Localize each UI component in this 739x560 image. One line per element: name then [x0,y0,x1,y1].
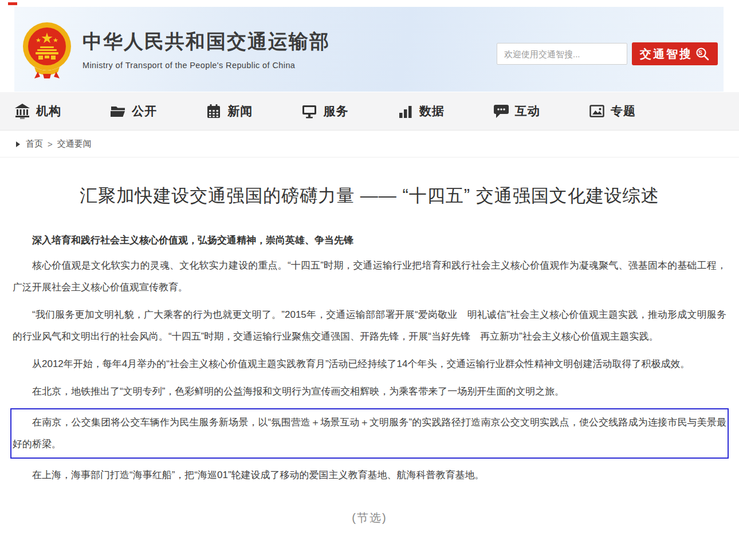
breadcrumb-current[interactable]: 交通要闻 [57,139,92,149]
nav-label: 服务 [323,103,348,119]
nav-label: 公开 [132,103,157,119]
article-paragraph: 在上海，海事部门打造“海事红船”，把“海巡01”轮建设成了移动的爱国主义教育基地… [13,464,726,486]
site-subtitle: Ministry of Transport of the People's Re… [82,61,330,70]
article-title: 汇聚加快建设交通强国的磅礴力量 —— “十四五” 交通强国文化建设综述 [13,184,726,208]
main-nav: 机构 公开 新闻 [0,92,739,131]
nav-label: 数据 [419,103,445,119]
excerpt-note: (节选) [13,510,726,526]
site-header: 中华人民共和国交通运输部 Ministry of Transport of th… [14,7,724,92]
breadcrumb-separator: > [48,139,53,149]
smart-search-button[interactable]: 交通智搜 S [632,42,718,65]
nav-item-shuju[interactable]: 数据 [398,103,445,119]
article-paragraph-highlighted: 在南京，公交集团将公交车辆作为民生服务新场景，以“氛围营造＋场景互动＋文明服务”… [10,408,729,459]
smart-search-button-label: 交通智搜 [640,46,693,62]
article: 汇聚加快建设交通强国的磅礴力量 —— “十四五” 交通强国文化建设综述 深入培育… [0,157,739,526]
bar-chart-icon [398,103,414,119]
nav-item-xinwen[interactable]: 新闻 [206,103,253,119]
nav-label: 机构 [36,103,61,119]
national-emblem-icon [18,19,76,80]
search-area: 交通智搜 S [497,42,718,65]
smart-search-icon: S [695,46,710,61]
nav-label: 专题 [611,103,636,119]
article-paragraph: 在北京，地铁推出了“文明专列”，色彩鲜明的公益海报和文明行为宣传画交相辉映，为乘… [13,381,726,403]
picture-icon [589,103,605,119]
folder-icon [110,103,126,119]
nav-item-gongkai[interactable]: 公开 [110,103,157,119]
caret-right-icon [16,141,20,147]
nav-item-hudong[interactable]: 互动 [493,103,540,119]
svg-text:S: S [698,49,704,56]
nav-item-jigou[interactable]: 机构 [14,103,61,119]
nav-label: 互动 [515,103,540,119]
red-corner-mark [8,2,17,5]
article-paragraph: 核心价值观是文化软实力的灵魂、文化软实力建设的重点。“十四五”时期，交通运输行业… [13,255,726,298]
calendar-icon [206,103,222,119]
article-paragraph: 从2012年开始，每年4月举办的“社会主义核心价值观主题实践教育月”活动已经持续… [13,353,726,375]
nav-item-fuwu[interactable]: 服务 [301,103,348,119]
page: 中华人民共和国交通运输部 Ministry of Transport of th… [0,0,739,560]
site-title: 中华人民共和国交通运输部 [82,29,330,55]
search-input[interactable] [497,43,627,65]
brand-block: 中华人民共和国交通运输部 Ministry of Transport of th… [82,29,330,70]
article-paragraph: “我们服务更加文明礼貌，广大乘客的行为也就更文明了。”2015年，交通运输部部署… [13,304,726,348]
breadcrumb: 首页 > 交通要闻 [0,131,739,157]
nav-item-zhuanti[interactable]: 专题 [589,103,636,119]
article-lead: 深入培育和践行社会主义核心价值观，弘扬交通精神，崇尚英雄、争当先锋 [13,232,726,249]
monitor-icon [301,103,317,119]
breadcrumb-home[interactable]: 首页 [26,139,43,149]
bank-icon [14,103,30,119]
speech-bubble-icon [493,103,509,119]
nav-label: 新闻 [227,103,253,119]
